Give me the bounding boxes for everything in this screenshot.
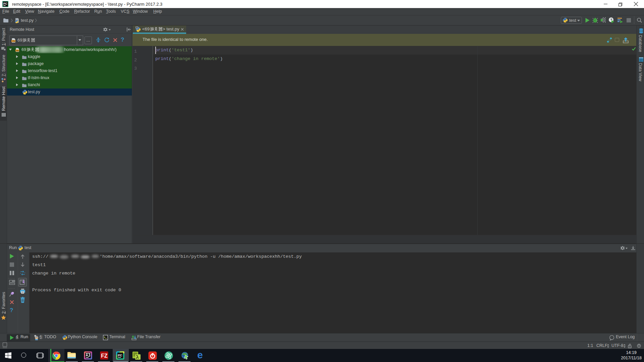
svg-text:PC: PC xyxy=(118,353,122,357)
svg-text:FZ: FZ xyxy=(101,353,108,359)
svg-text:sftp: sftp xyxy=(16,50,19,52)
svg-text:PC: PC xyxy=(3,2,7,5)
svg-text:sftp: sftp xyxy=(12,40,15,42)
